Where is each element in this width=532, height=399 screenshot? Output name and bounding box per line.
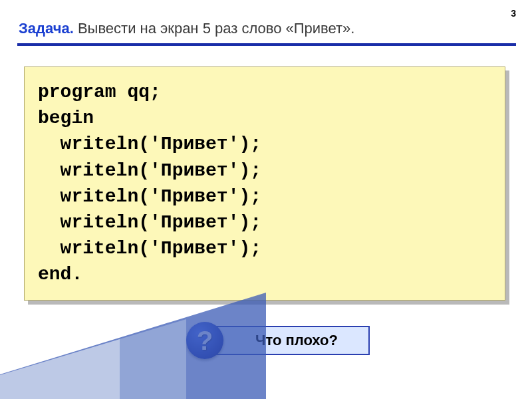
code-block-container: program qq; begin writeln('Привет'); wri…: [24, 66, 505, 301]
task-label: Задача.: [19, 20, 74, 37]
question-text: Что плохо?: [255, 332, 338, 349]
code-block: program qq; begin writeln('Привет'); wri…: [24, 66, 505, 301]
page-number: 3: [511, 8, 516, 19]
slide-header: Задача. Вывести на экран 5 раз слово «Пр…: [19, 20, 516, 37]
task-text: Вывести на экран 5 раз слово «Привет».: [74, 20, 355, 37]
header-divider: [17, 43, 516, 46]
decorative-triangle-3: [0, 339, 120, 399]
